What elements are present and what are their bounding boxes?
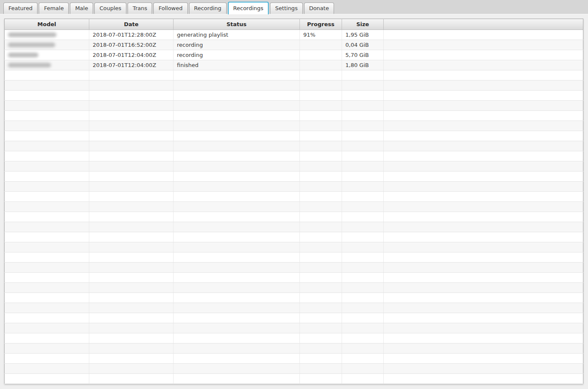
empty-cell: [300, 354, 342, 364]
empty-cell: [89, 343, 174, 354]
tab-settings[interactable]: Settings: [270, 3, 302, 14]
table-row[interactable]: 2018-07-01T12:04:00Z recording 5,70 GiB: [5, 50, 583, 60]
empty-cell: [5, 263, 89, 273]
empty-cell: [300, 323, 342, 333]
empty-cell: [384, 141, 583, 151]
empty-cell: [300, 313, 342, 323]
table-row-empty: [5, 232, 583, 242]
empty-cell: [5, 273, 89, 283]
empty-cell: [384, 182, 583, 192]
cell-status: finished: [174, 60, 300, 70]
empty-cell: [384, 131, 583, 141]
empty-cell: [300, 303, 342, 313]
empty-cell: [384, 222, 583, 232]
empty-cell: [342, 151, 384, 161]
empty-cell: [5, 202, 89, 212]
empty-cell: [89, 91, 174, 101]
table-row-empty: [5, 131, 583, 141]
table-row-empty: [5, 283, 583, 293]
column-header-progress[interactable]: Progress: [300, 19, 342, 30]
table-row-empty: [5, 263, 583, 273]
table-row-empty: [5, 242, 583, 252]
empty-cell: [89, 263, 174, 273]
tab-recording[interactable]: Recording: [189, 3, 227, 14]
table-row-empty: [5, 343, 583, 354]
table-row-empty: [5, 222, 583, 232]
empty-cell: [300, 182, 342, 192]
empty-cell: [174, 151, 300, 161]
empty-cell: [174, 242, 300, 252]
tab-male[interactable]: Male: [70, 3, 93, 14]
tab-followed[interactable]: Followed: [153, 3, 187, 14]
empty-cell: [384, 80, 583, 91]
empty-cell: [384, 333, 583, 343]
cell-size: 1,95 GiB: [342, 30, 384, 40]
empty-cell: [342, 263, 384, 273]
empty-cell: [300, 111, 342, 121]
empty-cell: [5, 131, 89, 141]
empty-cell: [342, 111, 384, 121]
cell-date: 2018-07-01T16:52:00Z: [89, 40, 174, 50]
empty-cell: [384, 121, 583, 131]
empty-cell: [300, 343, 342, 354]
tab-trans[interactable]: Trans: [128, 3, 152, 14]
cell-progress: 91%: [300, 30, 342, 40]
empty-cell: [342, 131, 384, 141]
table-row-empty: [5, 202, 583, 212]
tab-featured[interactable]: Featured: [3, 3, 37, 14]
tab-couples[interactable]: Couples: [94, 3, 126, 14]
empty-cell: [5, 242, 89, 252]
empty-cell: [89, 101, 174, 111]
cell-progress: [300, 60, 342, 70]
table-row-empty: [5, 364, 583, 374]
empty-cell: [174, 91, 300, 101]
tab-recordings[interactable]: Recordings: [228, 2, 269, 14]
empty-cell: [89, 151, 174, 161]
tab-donate[interactable]: Donate: [304, 3, 334, 14]
empty-cell: [300, 131, 342, 141]
empty-cell: [384, 91, 583, 101]
content-area: Model Date Status Progress Size 2018-07-…: [0, 14, 588, 384]
tab-female[interactable]: Female: [39, 3, 69, 14]
model-name-redacted: [8, 63, 51, 67]
empty-cell: [384, 202, 583, 212]
column-header-model[interactable]: Model: [5, 19, 89, 30]
empty-cell: [342, 121, 384, 131]
empty-cell: [5, 161, 89, 172]
table-row-empty: [5, 323, 583, 333]
column-header-date[interactable]: Date: [89, 19, 174, 30]
empty-cell: [174, 192, 300, 202]
empty-cell: [300, 151, 342, 161]
empty-cell: [174, 364, 300, 374]
empty-cell: [174, 354, 300, 364]
empty-cell: [89, 141, 174, 151]
table-row[interactable]: 2018-07-01T12:04:00Z finished 1,80 GiB: [5, 60, 583, 70]
empty-cell: [384, 242, 583, 252]
table-row[interactable]: 2018-07-01T12:28:00Z generating playlist…: [5, 30, 583, 40]
cell-date: 2018-07-01T12:28:00Z: [89, 30, 174, 40]
column-header-status[interactable]: Status: [174, 19, 300, 30]
table-row-empty: [5, 374, 583, 384]
cell-size: 5,70 GiB: [342, 50, 384, 60]
cell-extra: [384, 30, 583, 40]
cell-model: [5, 40, 89, 50]
empty-cell: [384, 70, 583, 80]
empty-cell: [5, 303, 89, 313]
empty-cell: [300, 212, 342, 222]
cell-model: [5, 30, 89, 40]
empty-cell: [384, 263, 583, 273]
empty-cell: [89, 161, 174, 172]
table-row[interactable]: 2018-07-01T16:52:00Z recording 0,04 GiB: [5, 40, 583, 50]
empty-cell: [89, 121, 174, 131]
empty-cell: [174, 172, 300, 182]
cell-extra: [384, 60, 583, 70]
table-row-empty: [5, 313, 583, 323]
empty-cell: [342, 242, 384, 252]
empty-cell: [174, 70, 300, 80]
empty-cell: [300, 252, 342, 263]
empty-cell: [342, 141, 384, 151]
column-header-size[interactable]: Size: [342, 19, 384, 30]
empty-cell: [342, 323, 384, 333]
cell-extra: [384, 50, 583, 60]
empty-cell: [5, 101, 89, 111]
